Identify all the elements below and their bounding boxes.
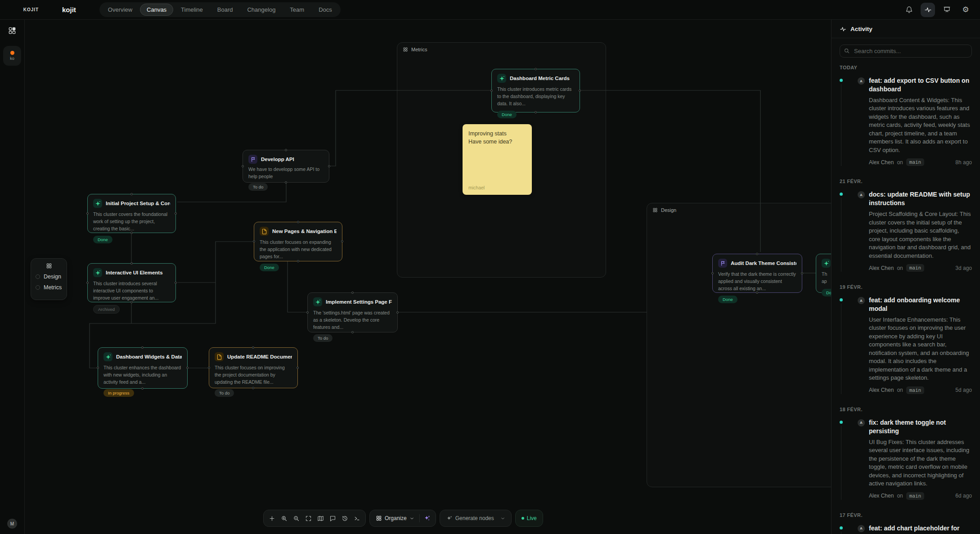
branch-badge[interactable]: main xyxy=(906,264,925,272)
connection-handle[interactable] xyxy=(756,253,758,255)
node-update-readme[interactable]: Update README Documentation This cluster… xyxy=(209,347,298,388)
live-status-button[interactable]: Live xyxy=(515,510,543,527)
connection-handle[interactable] xyxy=(86,282,89,284)
connection-handle[interactable] xyxy=(396,311,399,314)
node-audit-dark-theme[interactable]: Audit Dark Theme Consistency A... Verify… xyxy=(712,254,802,293)
connection-handle[interactable] xyxy=(801,272,803,274)
connection-handle[interactable] xyxy=(341,240,343,242)
connection-handle[interactable] xyxy=(297,367,299,369)
comments-button[interactable] xyxy=(327,512,339,525)
connection-handle[interactable] xyxy=(535,68,537,70)
node-initial-project-setup[interactable]: Initial Project Setup & Core UI This clu… xyxy=(87,194,176,233)
node-dashboard-widgets-export[interactable]: Dashboard Widgets & Data Export This clu… xyxy=(98,347,188,389)
generate-nodes-button[interactable]: Generate nodes xyxy=(442,512,509,525)
connection-handle[interactable] xyxy=(130,193,133,195)
commit-item[interactable]: A feat: add onboarding welcome modal Use… xyxy=(840,296,972,394)
commit-rail xyxy=(840,76,843,166)
connection-handle[interactable] xyxy=(351,292,354,294)
tab-overview[interactable]: Overview xyxy=(101,4,139,16)
tab-team[interactable]: Team xyxy=(283,4,311,16)
node-implement-settings-page[interactable]: Implement Settings Page Functio... The '… xyxy=(307,292,398,332)
connection-handle[interactable] xyxy=(130,232,133,234)
commit-item[interactable]: A feat: add chart placeholder for weekly… xyxy=(840,524,972,534)
group-frame-design[interactable]: Design xyxy=(647,203,831,487)
connection-handle[interactable] xyxy=(711,272,714,274)
connection-handle[interactable] xyxy=(297,221,299,223)
fit-view-button[interactable] xyxy=(302,512,315,525)
connection-handle[interactable] xyxy=(285,149,287,151)
connection-handle[interactable] xyxy=(756,292,758,294)
user-avatar[interactable]: M xyxy=(7,519,17,529)
connection-handle[interactable] xyxy=(175,282,177,284)
connection-handle[interactable] xyxy=(141,346,144,349)
groups-panel-item-metrics[interactable]: Metrics xyxy=(36,284,62,291)
commit-title[interactable]: docs: update README with setup instructi… xyxy=(869,190,972,207)
node-dashboard-metric-cards[interactable]: Dashboard Metric Cards This cluster intr… xyxy=(491,69,580,112)
groups-panel-item-design[interactable]: Design xyxy=(36,274,62,280)
connection-handle[interactable] xyxy=(252,346,254,349)
commit-item[interactable]: A docs: update README with setup instruc… xyxy=(840,190,972,272)
history-button[interactable] xyxy=(339,512,351,525)
branch-badge[interactable]: main xyxy=(906,386,925,394)
search-commits-input[interactable] xyxy=(840,45,972,58)
connection-handle[interactable] xyxy=(242,165,244,167)
connection-handle[interactable] xyxy=(86,212,89,215)
tab-board[interactable]: Board xyxy=(211,4,240,16)
connection-handle[interactable] xyxy=(535,111,537,113)
connection-handle[interactable] xyxy=(579,90,581,92)
notifications-button[interactable] xyxy=(902,3,916,17)
connection-handle[interactable] xyxy=(252,387,254,389)
tab-canvas[interactable]: Canvas xyxy=(140,4,173,16)
branch-badge[interactable]: main xyxy=(906,492,925,500)
add-node-button[interactable] xyxy=(266,512,278,525)
connection-handle[interactable] xyxy=(141,387,144,390)
zoom-out-button[interactable] xyxy=(290,512,302,525)
activity-panel-toggle[interactable] xyxy=(921,3,935,17)
settings-button[interactable]: ⚙ xyxy=(958,3,973,17)
connection-handle[interactable] xyxy=(97,367,99,369)
commit-title[interactable]: feat: add onboarding welcome modal xyxy=(869,296,972,313)
connection-handle[interactable] xyxy=(130,301,133,303)
node-body: This cluster focuses on improving the pr… xyxy=(215,364,292,386)
tab-timeline[interactable]: Timeline xyxy=(174,4,210,16)
zoom-in-button[interactable] xyxy=(278,512,290,525)
commit-item[interactable]: A fix: dark theme toggle not persisting … xyxy=(840,418,972,500)
commit-title[interactable]: feat: add chart placeholder for weekly s… xyxy=(869,524,972,534)
connection-handle[interactable] xyxy=(175,212,177,215)
dashboard-grid-button[interactable] xyxy=(8,26,17,35)
minimap-button[interactable] xyxy=(315,512,327,525)
connection-handle[interactable] xyxy=(490,90,493,92)
commit-body: Project Scaffolding & Core Layout: This … xyxy=(869,210,972,260)
connection-handle[interactable] xyxy=(285,181,287,184)
workspace-status-dot xyxy=(10,51,14,55)
branch-badge[interactable]: main xyxy=(906,158,925,166)
connection-handle[interactable] xyxy=(306,311,309,314)
tab-docs[interactable]: Docs xyxy=(312,4,339,16)
commit-title[interactable]: feat: add export to CSV button on dashbo… xyxy=(869,76,972,94)
activity-feed[interactable]: TODAY A feat: add export to CSV button o… xyxy=(832,38,980,534)
zoom-out-icon xyxy=(293,515,300,522)
connection-handle[interactable] xyxy=(351,331,354,333)
canvas-viewport[interactable]: Metrics Design Dashboard Metric Ca xyxy=(25,20,831,534)
workspace-tile-ko[interactable]: ko xyxy=(3,46,21,66)
commit-avatar: A xyxy=(858,525,865,532)
ai-organize-button[interactable] xyxy=(421,512,433,525)
node-interactive-ui-elements[interactable]: Interactive UI Elements This cluster int… xyxy=(87,263,176,302)
terminal-button[interactable] xyxy=(351,512,363,525)
connection-handle[interactable] xyxy=(253,240,255,242)
connection-handle[interactable] xyxy=(328,165,330,167)
sticky-note[interactable]: Improving stats Have some idea? michael xyxy=(463,124,532,195)
node-developp-api[interactable]: Developp API We have to developp some AP… xyxy=(243,150,329,183)
commit-title[interactable]: fix: dark theme toggle not persisting xyxy=(869,418,972,435)
timeline-dot-icon xyxy=(840,193,843,196)
present-button[interactable] xyxy=(940,3,954,17)
connection-handle[interactable] xyxy=(186,367,189,369)
organize-button[interactable]: Organize xyxy=(372,512,418,525)
connection-handle[interactable] xyxy=(130,262,133,265)
node-clipped-right[interactable]: Thap Done xyxy=(816,254,831,293)
tab-changelog[interactable]: Changelog xyxy=(240,4,282,16)
connection-handle[interactable] xyxy=(208,367,210,369)
commit-item[interactable]: A feat: add export to CSV button on dash… xyxy=(840,76,972,166)
connection-handle[interactable] xyxy=(297,260,299,262)
node-new-pages-navigation[interactable]: New Pages & Navigation Enhance... This c… xyxy=(254,222,342,261)
